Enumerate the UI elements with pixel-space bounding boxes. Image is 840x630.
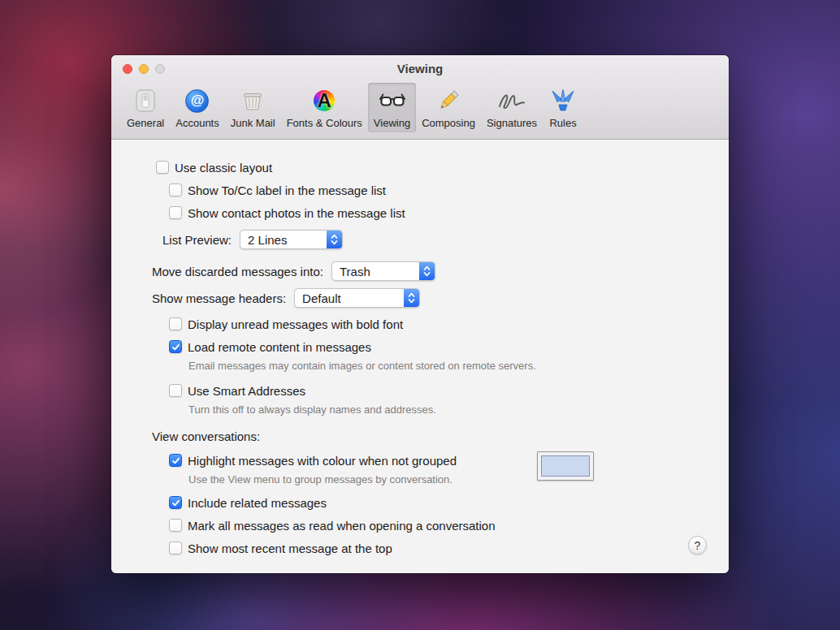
toolbar-item-label: Signatures xyxy=(487,117,537,129)
junk-mail-icon xyxy=(240,85,265,116)
row-show-tocc: Show To/Cc label in the message list xyxy=(169,180,729,200)
toolbar-item-label: Accounts xyxy=(175,117,219,129)
smart-addresses-checkbox[interactable] xyxy=(169,384,182,397)
row-recent-top: Show most recent message at the top xyxy=(169,538,729,558)
general-icon xyxy=(133,85,158,116)
use-classic-layout-checkbox[interactable] xyxy=(156,161,169,174)
minimize-button[interactable] xyxy=(139,64,149,74)
window-controls xyxy=(123,64,165,74)
row-display-unread-bold: Display unread messages with bold font xyxy=(169,314,729,334)
letter-a-glyph: A xyxy=(311,89,337,112)
toolbar-item-composing[interactable]: Composing xyxy=(416,83,481,132)
highlight-colour-note: Use the View menu to group messages by c… xyxy=(188,472,729,486)
checkbox-label: Highlight messages with colour when not … xyxy=(188,454,457,468)
checkbox-label: Use classic layout xyxy=(175,161,272,175)
popup-stepper-icon xyxy=(404,289,419,307)
window-title: Viewing xyxy=(111,62,729,76)
move-discarded-popup[interactable]: Trash xyxy=(331,261,435,281)
message-headers-popup[interactable]: Default xyxy=(294,288,420,308)
list-preview-label: List Preview: xyxy=(162,233,232,247)
highlight-section: Highlight messages with colour when not … xyxy=(111,451,729,486)
toolbar-item-accounts[interactable]: @ Accounts xyxy=(170,83,224,132)
popup-stepper-icon xyxy=(327,231,342,248)
checkbox-label: Include related messages xyxy=(188,496,327,510)
viewing-pane: Use classic layout Show To/Cc label in t… xyxy=(111,140,729,573)
viewing-icon xyxy=(378,85,407,116)
section-label: View conversations: xyxy=(152,429,260,443)
highlight-colour-checkbox[interactable] xyxy=(169,454,182,467)
signatures-icon xyxy=(497,85,526,116)
view-conversations-heading: View conversations: xyxy=(152,426,729,446)
toolbar-item-label: General xyxy=(127,117,164,129)
load-remote-content-checkbox[interactable] xyxy=(169,340,182,353)
zoom-button[interactable] xyxy=(155,64,165,74)
checkbox-label: Show To/Cc label in the message list xyxy=(188,183,386,197)
toolbar-item-label: Junk Mail xyxy=(231,117,275,129)
row-move-discarded: Move discarded messages into: Trash xyxy=(152,260,729,283)
checkbox-label: Load remote content in messages xyxy=(188,340,371,354)
toolbar-item-rules[interactable]: Rules xyxy=(543,83,583,132)
toolbar-item-label: Fonts & Colours xyxy=(287,117,362,129)
load-remote-content-note: Email messages may contain images or con… xyxy=(188,358,729,373)
row-show-contact-photos: Show contact photos in the message list xyxy=(169,203,729,222)
mark-all-read-checkbox[interactable] xyxy=(169,519,182,532)
recent-top-checkbox[interactable] xyxy=(169,542,182,554)
show-contact-photos-checkbox[interactable] xyxy=(169,206,182,219)
row-include-related: Include related messages xyxy=(169,493,729,512)
checkbox-label: Display unread messages with bold font xyxy=(188,317,403,331)
composing-icon xyxy=(436,85,461,116)
display-unread-bold-checkbox[interactable] xyxy=(169,317,182,330)
toolbar-item-label: Composing xyxy=(422,117,475,129)
help-button[interactable]: ? xyxy=(688,536,707,554)
toolbar-item-junk-mail[interactable]: Junk Mail xyxy=(225,83,281,132)
toolbar-item-fonts-colours[interactable]: A Fonts & Colours xyxy=(281,83,368,132)
toolbar-item-viewing[interactable]: Viewing xyxy=(368,83,416,132)
close-button[interactable] xyxy=(123,64,132,74)
popup-value: 2 Lines xyxy=(240,233,327,247)
toolbar-item-label: Rules xyxy=(549,117,576,129)
checkbox-label: Show contact photos in the message list xyxy=(188,206,405,220)
row-highlight-colour: Highlight messages with colour when not … xyxy=(169,451,729,470)
toolbar-item-label: Viewing xyxy=(374,117,410,129)
message-headers-label: Show message headers: xyxy=(152,291,286,305)
list-preview-popup[interactable]: 2 Lines xyxy=(240,230,343,249)
toolbar-item-signatures[interactable]: Signatures xyxy=(481,83,543,132)
at-glyph: @ xyxy=(191,93,205,109)
colour-swatch xyxy=(541,455,590,477)
preferences-toolbar: General @ Accounts Junk Mail xyxy=(111,82,729,140)
window-header: Viewing General @ Accounts xyxy=(111,55,729,140)
popup-value: Default xyxy=(295,291,404,305)
fonts-colours-icon: A xyxy=(311,85,337,116)
popup-value: Trash xyxy=(332,265,419,278)
rules-icon xyxy=(549,85,577,116)
show-tocc-checkbox[interactable] xyxy=(169,183,182,196)
row-mark-all-read: Mark all messages as read when opening a… xyxy=(169,516,729,535)
popup-stepper-icon xyxy=(419,262,435,280)
highlight-colour-well[interactable] xyxy=(537,451,594,481)
row-smart-addresses: Use Smart Addresses xyxy=(169,381,729,400)
accounts-icon: @ xyxy=(185,85,209,116)
checkbox-label: Mark all messages as read when opening a… xyxy=(188,519,496,533)
include-related-checkbox[interactable] xyxy=(169,496,182,509)
toolbar-item-general[interactable]: General xyxy=(121,83,170,132)
checkbox-label: Show most recent message at the top xyxy=(188,542,392,555)
row-message-headers: Show message headers: Default xyxy=(152,287,729,309)
smart-addresses-note: Turn this off to always display names an… xyxy=(188,402,729,416)
move-discarded-label: Move discarded messages into: xyxy=(152,265,323,278)
row-use-classic-layout: Use classic layout xyxy=(156,158,729,177)
row-list-preview: List Preview: 2 Lines xyxy=(162,228,729,251)
mail-preferences-window: Viewing General @ Accounts xyxy=(111,55,729,573)
titlebar: Viewing xyxy=(111,55,729,82)
help-glyph: ? xyxy=(695,539,701,552)
checkbox-label: Use Smart Addresses xyxy=(188,384,305,398)
row-load-remote-content: Load remote content in messages xyxy=(169,337,729,356)
